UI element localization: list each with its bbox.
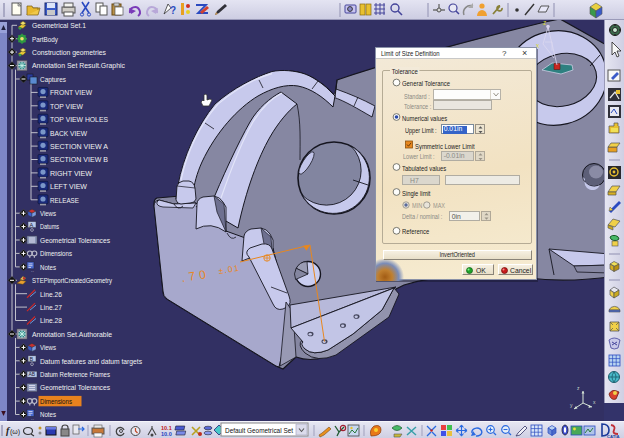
svg-text:PartBody: PartBody bbox=[32, 35, 58, 44]
svg-text:Notes: Notes bbox=[40, 410, 56, 419]
svg-text:(ω): (ω) bbox=[10, 428, 20, 436]
svg-text:z: z bbox=[577, 385, 580, 391]
svg-text:CATIA: CATIA bbox=[607, 434, 619, 438]
svg-text:Default Geometrical Set: Default Geometrical Set bbox=[225, 426, 293, 435]
svg-text:Notes: Notes bbox=[40, 263, 56, 272]
svg-text:Construction geometries: Construction geometries bbox=[32, 48, 106, 57]
svg-text:RIGHT VIEW: RIGHT VIEW bbox=[50, 169, 93, 178]
svg-text:Captures: Captures bbox=[40, 75, 66, 84]
svg-text:Views: Views bbox=[40, 343, 56, 352]
svg-text:Datum features and datum targe: Datum features and datum targets bbox=[40, 357, 142, 366]
svg-text:LEFT VIEW: LEFT VIEW bbox=[50, 182, 88, 191]
svg-text:A: A bbox=[29, 222, 33, 228]
svg-text:z: z bbox=[543, 19, 546, 26]
svg-text:Line.26: Line.26 bbox=[40, 290, 62, 299]
svg-text:FRONT VIEW: FRONT VIEW bbox=[50, 88, 93, 97]
svg-text:B: B bbox=[29, 356, 33, 362]
svg-text:Line.28: Line.28 bbox=[40, 316, 62, 325]
svg-text:Datum Reference Frames: Datum Reference Frames bbox=[40, 370, 110, 379]
svg-text:10.0: 10.0 bbox=[161, 431, 172, 437]
svg-text:Datums: Datums bbox=[40, 222, 59, 231]
svg-text:Annotation Set Result.Graphic: Annotation Set Result.Graphic bbox=[32, 61, 125, 70]
svg-text:SECTION VIEW B: SECTION VIEW B bbox=[50, 155, 108, 164]
svg-text:TOP VIEW HOLES: TOP VIEW HOLES bbox=[50, 115, 108, 124]
svg-text:AB: AB bbox=[28, 371, 35, 377]
svg-text:Geometrical Set.1: Geometrical Set.1 bbox=[32, 21, 86, 30]
svg-text:?: ? bbox=[170, 5, 176, 16]
svg-text:..: .. bbox=[31, 415, 34, 421]
svg-text:Geometrical Tolerances: Geometrical Tolerances bbox=[40, 383, 110, 392]
svg-text:..: .. bbox=[31, 267, 34, 273]
svg-text:BACK VIEW: BACK VIEW bbox=[50, 129, 88, 138]
svg-text:Annotation Set.Authorable: Annotation Set.Authorable bbox=[32, 330, 112, 339]
svg-text:x: x bbox=[593, 399, 596, 405]
svg-text:Views: Views bbox=[40, 209, 56, 218]
svg-text:Dimensions: Dimensions bbox=[40, 249, 72, 258]
svg-text:RELEASE: RELEASE bbox=[50, 196, 79, 205]
svg-text:Dimensions: Dimensions bbox=[40, 397, 72, 406]
svg-text:Line.27: Line.27 bbox=[40, 303, 62, 312]
svg-text:y: y bbox=[570, 402, 573, 408]
svg-text:SECTION VIEW A: SECTION VIEW A bbox=[50, 142, 108, 151]
svg-text:Geometrical Tolerances: Geometrical Tolerances bbox=[40, 236, 110, 245]
svg-text:TOP VIEW: TOP VIEW bbox=[50, 102, 84, 111]
svg-text:STEPimportCreatedGeometry: STEPimportCreatedGeometry bbox=[32, 276, 112, 285]
